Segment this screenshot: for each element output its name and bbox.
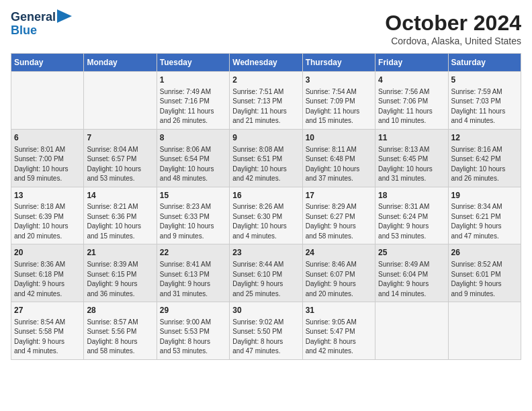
day-number: 31 — [306, 305, 372, 316]
day-number: 27 — [14, 305, 81, 316]
day-number: 21 — [87, 247, 153, 259]
calendar-cell — [448, 302, 521, 360]
weekday-header: Saturday — [448, 54, 521, 72]
calendar-cell — [375, 302, 448, 360]
day-info: Sunrise: 8:08 AM Sunset: 6:51 PM Dayligh… — [232, 145, 299, 184]
day-number: 19 — [451, 190, 518, 201]
day-number: 7 — [87, 132, 153, 144]
calendar-cell: 15Sunrise: 8:23 AM Sunset: 6:33 PM Dayli… — [157, 187, 229, 244]
day-number: 8 — [160, 132, 226, 144]
calendar-cell: 23Sunrise: 8:44 AM Sunset: 6:10 PM Dayli… — [230, 244, 302, 302]
day-number: 24 — [306, 247, 372, 259]
weekday-header: Wednesday — [230, 54, 302, 72]
calendar-cell: 21Sunrise: 8:39 AM Sunset: 6:15 PM Dayli… — [84, 244, 157, 302]
logo-arrow-icon — [57, 9, 72, 23]
day-number: 30 — [232, 305, 299, 316]
day-info: Sunrise: 7:49 AM Sunset: 7:16 PM Dayligh… — [160, 87, 226, 126]
day-number: 11 — [378, 132, 445, 144]
calendar-cell: 7Sunrise: 8:04 AM Sunset: 6:57 PM Daylig… — [84, 129, 157, 187]
calendar-cell: 17Sunrise: 8:29 AM Sunset: 6:27 PM Dayli… — [302, 187, 375, 244]
calendar-week-row: 20Sunrise: 8:36 AM Sunset: 6:18 PM Dayli… — [11, 244, 521, 302]
calendar-week-row: 13Sunrise: 8:18 AM Sunset: 6:39 PM Dayli… — [11, 187, 521, 244]
day-info: Sunrise: 8:41 AM Sunset: 6:13 PM Dayligh… — [160, 260, 226, 299]
day-number: 28 — [87, 305, 153, 316]
calendar-cell: 22Sunrise: 8:41 AM Sunset: 6:13 PM Dayli… — [157, 244, 229, 302]
day-info: Sunrise: 8:04 AM Sunset: 6:57 PM Dayligh… — [87, 145, 153, 184]
day-info: Sunrise: 8:13 AM Sunset: 6:45 PM Dayligh… — [378, 145, 445, 184]
day-info: Sunrise: 8:39 AM Sunset: 6:15 PM Dayligh… — [87, 260, 153, 299]
day-info: Sunrise: 8:16 AM Sunset: 6:42 PM Dayligh… — [451, 145, 518, 184]
title-area: October 2024 Cordova, Alaska, United Sta… — [385, 11, 521, 46]
day-info: Sunrise: 8:44 AM Sunset: 6:10 PM Dayligh… — [232, 260, 299, 299]
day-number: 16 — [232, 190, 299, 201]
day-number: 5 — [451, 75, 518, 86]
calendar-cell: 19Sunrise: 8:34 AM Sunset: 6:21 PM Dayli… — [448, 187, 521, 244]
calendar-cell: 25Sunrise: 8:49 AM Sunset: 6:04 PM Dayli… — [375, 244, 448, 302]
month-title: October 2024 — [385, 11, 521, 36]
day-number: 22 — [160, 247, 226, 259]
day-info: Sunrise: 9:02 AM Sunset: 5:50 PM Dayligh… — [232, 318, 299, 357]
day-info: Sunrise: 8:18 AM Sunset: 6:39 PM Dayligh… — [14, 202, 81, 241]
day-info: Sunrise: 8:31 AM Sunset: 6:24 PM Dayligh… — [378, 202, 445, 241]
weekday-header: Monday — [84, 54, 157, 72]
calendar-table: SundayMondayTuesdayWednesdayThursdayFrid… — [11, 53, 521, 360]
day-info: Sunrise: 8:21 AM Sunset: 6:36 PM Dayligh… — [87, 202, 153, 241]
day-number: 14 — [87, 190, 153, 201]
calendar-cell: 3Sunrise: 7:54 AM Sunset: 7:09 PM Daylig… — [302, 72, 375, 130]
calendar-cell: 1Sunrise: 7:49 AM Sunset: 7:16 PM Daylig… — [157, 72, 229, 130]
calendar-cell: 20Sunrise: 8:36 AM Sunset: 6:18 PM Dayli… — [11, 244, 84, 302]
day-info: Sunrise: 7:54 AM Sunset: 7:09 PM Dayligh… — [306, 87, 372, 126]
day-info: Sunrise: 8:36 AM Sunset: 6:18 PM Dayligh… — [14, 260, 81, 299]
calendar-cell: 26Sunrise: 8:52 AM Sunset: 6:01 PM Dayli… — [448, 244, 521, 302]
location-subtitle: Cordova, Alaska, United States — [385, 36, 521, 46]
day-number: 20 — [14, 247, 81, 259]
day-info: Sunrise: 8:11 AM Sunset: 6:48 PM Dayligh… — [306, 145, 372, 184]
day-info: Sunrise: 9:00 AM Sunset: 5:53 PM Dayligh… — [160, 318, 226, 357]
day-info: Sunrise: 8:57 AM Sunset: 5:56 PM Dayligh… — [87, 318, 153, 357]
day-number: 9 — [232, 132, 299, 144]
day-number: 18 — [378, 190, 445, 201]
weekday-header: Friday — [375, 54, 448, 72]
calendar-cell — [84, 72, 157, 130]
weekday-header: Tuesday — [157, 54, 229, 72]
day-info: Sunrise: 8:01 AM Sunset: 7:00 PM Dayligh… — [14, 145, 81, 184]
day-info: Sunrise: 8:29 AM Sunset: 6:27 PM Dayligh… — [306, 202, 372, 241]
logo-blue-text: Blue — [11, 24, 37, 38]
calendar-cell: 6Sunrise: 8:01 AM Sunset: 7:00 PM Daylig… — [11, 129, 84, 187]
calendar-cell: 14Sunrise: 8:21 AM Sunset: 6:36 PM Dayli… — [84, 187, 157, 244]
day-info: Sunrise: 8:52 AM Sunset: 6:01 PM Dayligh… — [451, 260, 518, 299]
day-number: 29 — [160, 305, 226, 316]
day-number: 10 — [306, 132, 372, 144]
day-number: 2 — [232, 75, 299, 86]
calendar-cell: 8Sunrise: 8:06 AM Sunset: 6:54 PM Daylig… — [157, 129, 229, 187]
day-number: 4 — [378, 75, 445, 86]
day-info: Sunrise: 8:46 AM Sunset: 6:07 PM Dayligh… — [306, 260, 372, 299]
day-info: Sunrise: 9:05 AM Sunset: 5:47 PM Dayligh… — [306, 318, 372, 357]
calendar-cell: 18Sunrise: 8:31 AM Sunset: 6:24 PM Dayli… — [375, 187, 448, 244]
calendar-cell: 4Sunrise: 7:56 AM Sunset: 7:06 PM Daylig… — [375, 72, 448, 130]
day-info: Sunrise: 7:59 AM Sunset: 7:03 PM Dayligh… — [451, 87, 518, 126]
day-info: Sunrise: 7:51 AM Sunset: 7:13 PM Dayligh… — [232, 87, 299, 126]
day-info: Sunrise: 8:06 AM Sunset: 6:54 PM Dayligh… — [160, 145, 226, 184]
calendar-cell: 27Sunrise: 8:54 AM Sunset: 5:58 PM Dayli… — [11, 302, 84, 360]
calendar-cell: 16Sunrise: 8:26 AM Sunset: 6:30 PM Dayli… — [230, 187, 302, 244]
svg-marker-0 — [57, 9, 72, 23]
logo-text: General — [11, 11, 56, 24]
day-number: 13 — [14, 190, 81, 201]
calendar-cell: 10Sunrise: 8:11 AM Sunset: 6:48 PM Dayli… — [302, 129, 375, 187]
day-info: Sunrise: 8:23 AM Sunset: 6:33 PM Dayligh… — [160, 202, 226, 241]
day-info: Sunrise: 8:26 AM Sunset: 6:30 PM Dayligh… — [232, 202, 299, 241]
calendar-cell: 31Sunrise: 9:05 AM Sunset: 5:47 PM Dayli… — [302, 302, 375, 360]
day-number: 26 — [451, 247, 518, 259]
day-info: Sunrise: 8:34 AM Sunset: 6:21 PM Dayligh… — [451, 202, 518, 241]
calendar-header-row: SundayMondayTuesdayWednesdayThursdayFrid… — [11, 54, 521, 72]
day-number: 1 — [160, 75, 226, 86]
day-number: 17 — [306, 190, 372, 201]
calendar-week-row: 27Sunrise: 8:54 AM Sunset: 5:58 PM Dayli… — [11, 302, 521, 360]
day-number: 25 — [378, 247, 445, 259]
day-number: 3 — [306, 75, 372, 86]
logo: General Blue — [11, 11, 72, 38]
calendar-cell: 13Sunrise: 8:18 AM Sunset: 6:39 PM Dayli… — [11, 187, 84, 244]
weekday-header: Sunday — [11, 54, 84, 72]
calendar-cell: 2Sunrise: 7:51 AM Sunset: 7:13 PM Daylig… — [230, 72, 302, 130]
